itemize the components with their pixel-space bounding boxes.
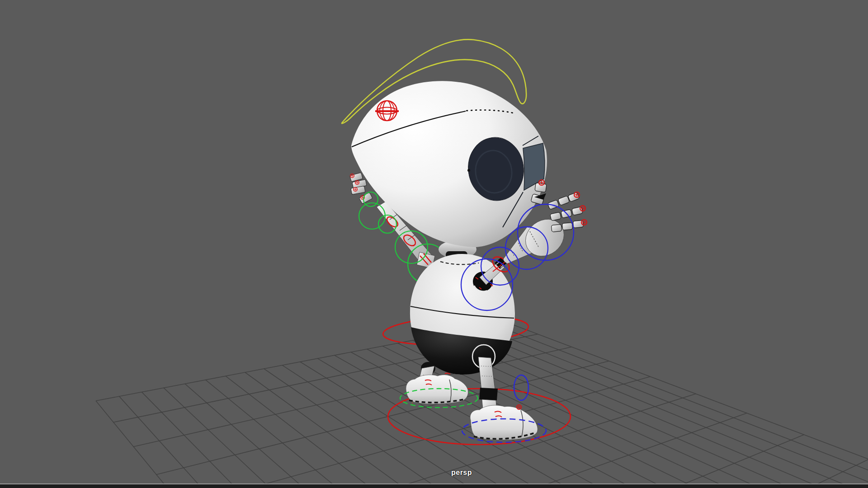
camera-name-label: persp (451, 469, 472, 477)
panel-bottom-edge (0, 483, 868, 488)
right-knee-joint (479, 388, 498, 400)
perspective-viewport[interactable]: persp (0, 0, 868, 488)
right-boot[interactable] (470, 405, 538, 440)
knee-pole-vector-control[interactable] (514, 375, 528, 400)
